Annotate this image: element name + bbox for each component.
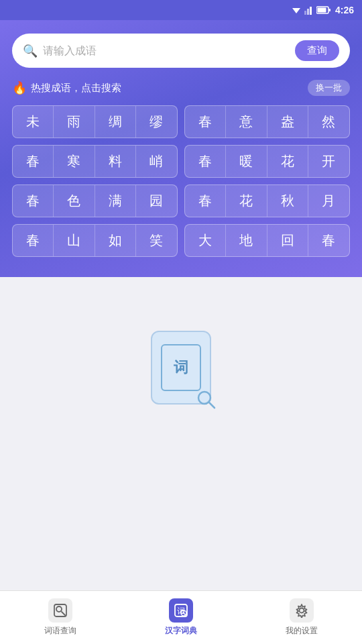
idiom-card-4[interactable]: 春 色 满 园 [12,184,178,217]
status-time: 4:26 [335,5,354,15]
dictionary-illustration: 词 [151,331,211,405]
svg-rect-3 [310,7,312,15]
idiom-char[interactable]: 笑 [136,225,177,256]
cidyu-icon [53,603,68,618]
hot-header: 🔥 热搜成语，点击搜索 换一批 [12,80,350,96]
settings-icon [294,603,309,618]
nav-icon-cidyu [48,598,72,623]
svg-line-11 [62,612,65,615]
search-button[interactable]: 查询 [295,40,339,61]
bottom-content-area: 词 [0,277,362,465]
search-bar: 🔍 查询 [12,34,350,68]
wifi-icon [291,5,302,15]
nav-item-cidyu[interactable]: 词语查询 [0,598,121,637]
idiom-char[interactable]: 回 [267,225,308,256]
idiom-char[interactable]: 春 [185,185,226,217]
svg-marker-0 [292,8,300,13]
idiom-char[interactable]: 雨 [54,106,95,138]
idiom-char[interactable]: 满 [95,185,136,217]
nav-icon-settings [290,598,314,623]
idiom-card-5[interactable]: 春 花 秋 月 [184,184,350,217]
hanzi-icon: 词 [174,603,188,618]
idiom-char[interactable]: 秋 [267,185,308,217]
bottom-nav: 词语查询 词 汉字词典 我的设置 [0,590,362,644]
search-icon: 🔍 [23,44,38,58]
idiom-char[interactable]: 色 [54,185,95,217]
hot-label-container: 🔥 热搜成语，点击搜索 [12,80,121,95]
svg-rect-6 [317,8,326,13]
idiom-card-1[interactable]: 春 意 盎 然 [184,105,350,138]
nav-label-settings: 我的设置 [286,625,318,637]
idiom-char[interactable]: 缪 [136,106,177,138]
idiom-char[interactable]: 然 [308,106,349,138]
idiom-char[interactable]: 峭 [136,146,177,177]
idiom-char[interactable]: 如 [95,225,136,256]
svg-point-17 [300,608,304,613]
idiom-grid: 未 雨 绸 缪 春 意 盎 然 春 寒 料 峭 春 暖 花 开 春 色 满 [12,105,350,257]
svg-point-10 [56,606,62,612]
nav-label-hanzi: 汉字词典 [165,625,197,637]
signal-icon [304,5,314,15]
idiom-char[interactable]: 山 [54,225,95,256]
idiom-card-6[interactable]: 春 山 如 笑 [12,224,178,257]
idiom-char[interactable]: 寒 [54,146,95,177]
idiom-char[interactable]: 大 [185,225,226,256]
svg-rect-5 [328,9,330,11]
idiom-char[interactable]: 春 [13,185,54,217]
hot-label: 热搜成语，点击搜索 [31,82,121,95]
search-input[interactable] [43,45,295,57]
nav-item-settings[interactable]: 我的设置 [241,598,362,637]
idiom-char[interactable]: 春 [185,146,226,177]
fire-icon: 🔥 [12,80,27,95]
idiom-char[interactable]: 花 [226,185,267,217]
idiom-char[interactable]: 绸 [95,106,136,138]
idiom-card-7[interactable]: 大 地 回 春 [184,224,350,257]
idiom-char[interactable]: 盎 [267,106,308,138]
idiom-char[interactable]: 春 [13,225,54,256]
nav-icon-hanzi: 词 [169,598,193,623]
idiom-char[interactable]: 开 [308,146,349,177]
dict-char: 词 [174,358,188,378]
idiom-card-0[interactable]: 未 雨 绸 缪 [12,105,178,138]
idiom-card-2[interactable]: 春 寒 料 峭 [12,145,178,178]
idiom-char[interactable]: 料 [95,146,136,177]
idiom-char[interactable]: 春 [308,225,349,256]
dict-inner: 词 [161,344,201,391]
idiom-char[interactable]: 花 [267,146,308,177]
idiom-char[interactable]: 春 [185,106,226,138]
svg-rect-2 [307,9,309,15]
top-area: 🔍 查询 🔥 热搜成语，点击搜索 换一批 未 雨 绸 缪 春 意 盎 然 春 寒… [0,20,362,277]
dict-box: 词 [151,331,211,405]
idiom-char[interactable]: 意 [226,106,267,138]
svg-line-8 [209,402,215,408]
idiom-card-3[interactable]: 春 暖 花 开 [184,145,350,178]
batch-button[interactable]: 换一批 [308,80,350,96]
nav-label-cidyu: 词语查询 [44,625,76,637]
magnify-icon [196,390,217,410]
idiom-char[interactable]: 未 [13,106,54,138]
idiom-char[interactable]: 地 [226,225,267,256]
idiom-char[interactable]: 月 [308,185,349,217]
status-icons [291,5,331,15]
svg-rect-1 [304,11,306,15]
battery-icon [316,6,331,14]
idiom-char[interactable]: 暖 [226,146,267,177]
idiom-char[interactable]: 园 [136,185,177,217]
status-bar: 4:26 [0,0,362,20]
idiom-char[interactable]: 春 [13,146,54,177]
nav-item-hanzi[interactable]: 词 汉字词典 [121,598,241,637]
